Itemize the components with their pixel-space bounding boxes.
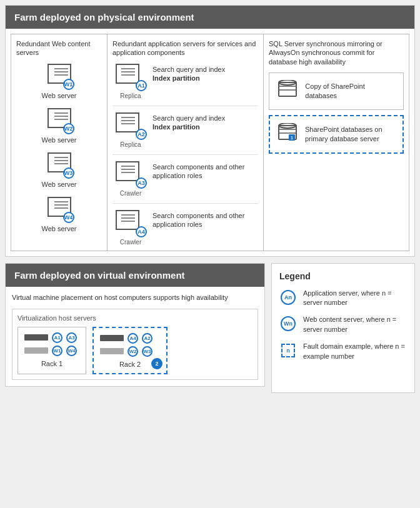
rack-1-w1-badge: W1 <box>52 346 62 356</box>
col-web-servers: Redundant Web content servers W1 <box>11 34 108 251</box>
sql-copy-text: Copy of SharePoint databases <box>305 82 397 101</box>
legend-app-server-text: Application server, where n = server num… <box>303 289 407 308</box>
db-icon-primary: 1 <box>276 122 299 146</box>
vhost-racks: A1 A3 W1 W4 Rack 1 <box>18 327 252 374</box>
legend-item-fault-domain: n Fault domain example, where n = exampl… <box>279 342 407 361</box>
web-server-1: W1 Web server <box>16 64 102 99</box>
rack-1-row-2: W1 W4 <box>24 346 79 356</box>
web-server-2-label: Web server <box>41 136 76 144</box>
rack-2: A4 A2 W2 W3 Rack 2 2 <box>92 327 168 374</box>
a2-text: Search query and index Index partition <box>149 112 258 132</box>
legend-icon-web-server: Wn <box>279 315 297 332</box>
legend-app-server-badge: An <box>281 290 296 305</box>
sql-primary-text: SharePoint databases on primary database… <box>305 125 396 144</box>
rack-2-a2-badge: A2 <box>142 333 152 344</box>
web-server-1-label: Web server <box>41 92 76 99</box>
web-server-icon-3: W3 <box>44 152 74 179</box>
rack-2-server-bar-2 <box>100 348 124 354</box>
web-server-4: W4 Web server <box>16 197 102 232</box>
web-server-icon-2: W2 <box>44 108 74 134</box>
virtual-farm-content: Virtual machine placement on host comput… <box>6 287 264 386</box>
app-row-icon-a2: A2 Replica <box>112 112 149 148</box>
legend-fault-domain-badge: n <box>281 344 295 357</box>
a2-role-label: Replica <box>120 141 141 148</box>
rack-2-a4-badge: A4 <box>128 333 138 344</box>
a4-badge: A4 <box>136 226 147 237</box>
app-row-a4: A4 Crawler Search components and other a… <box>112 210 258 246</box>
rack-1: A1 A3 W1 W4 Rack 1 <box>18 327 86 374</box>
col-app-servers: Redundant application servers for servic… <box>108 34 264 251</box>
main-container: Farm deployed on physical environment Re… <box>0 0 420 398</box>
sql-box-primary: 1 SharePoint databases on primary databa… <box>269 115 404 154</box>
app-row-icon-a3: A3 Crawler <box>112 161 149 197</box>
bottom-row: Farm deployed on virtual environment Vir… <box>5 263 415 393</box>
a1-badge: A1 <box>136 80 147 91</box>
physical-farm-section: Farm deployed on physical environment Re… <box>5 5 415 257</box>
vhost-box: Virtualization host servers A1 A3 W <box>12 309 258 380</box>
web-server-4-label: Web server <box>41 225 76 232</box>
rack-1-a1-badge: A1 <box>52 332 62 343</box>
a1-text: Search query and index Index partition <box>149 64 258 84</box>
rack-2-server-bar-1 <box>100 335 124 341</box>
legend-box: Legend An Application server, where n = … <box>271 263 415 393</box>
physical-farm-header: Farm deployed on physical environment <box>6 6 414 29</box>
app-row-a3: A3 Crawler Search components and other a… <box>112 161 258 204</box>
rack-1-row-1: A1 A3 <box>24 332 79 343</box>
legend-item-web-server: Wn Web content server, where n = server … <box>279 315 407 334</box>
app-row-a1: A1 Replica Search query and index Index … <box>112 64 258 106</box>
db-icon-copy <box>276 79 299 103</box>
web-server-icon-4: W4 <box>44 197 74 223</box>
rack-2-row-2: W2 W3 <box>100 346 160 357</box>
sql-box-copy: Copy of SharePoint databases <box>269 72 404 110</box>
web-server-2: W2 Web server <box>16 108 102 144</box>
virtual-farm-header: Farm deployed on virtual environment <box>6 264 264 287</box>
rack-1-a3-badge: A3 <box>66 332 77 343</box>
web-server-3: W3 Web server <box>16 152 102 188</box>
legend-title: Legend <box>279 271 407 281</box>
a2-badge: A2 <box>136 129 147 140</box>
col-sql: SQL Server synchronous mirroring or Alwa… <box>264 34 409 251</box>
rack-1-label: Rack 1 <box>24 360 79 367</box>
virtual-farm-section: Farm deployed on virtual environment Vir… <box>5 263 265 387</box>
legend-web-server-text: Web content server, where n = server num… <box>303 315 407 334</box>
rack-1-server-bar-1 <box>24 334 48 341</box>
w2-badge: W2 <box>63 123 74 134</box>
legend-icon-fault-domain: n <box>279 342 297 359</box>
web-server-3-label: Web server <box>41 181 76 188</box>
w4-badge: W4 <box>63 212 74 223</box>
w3-badge: W3 <box>63 167 74 179</box>
app-row-a2: A2 Replica Search query and index Index … <box>112 112 258 155</box>
rack-1-server-bar-2 <box>24 347 48 354</box>
legend-icon-app-server: An <box>279 289 297 306</box>
physical-farm-content: Redundant Web content servers W1 <box>6 29 414 256</box>
app-row-icon-a1: A1 Replica <box>112 64 149 99</box>
rack-2-badge: 2 <box>151 358 162 369</box>
legend-item-app-server: An Application server, where n = server … <box>279 289 407 308</box>
legend-fault-domain-text: Fault domain example, where n = example … <box>303 342 407 361</box>
vhost-title: Virtualization host servers <box>18 314 252 322</box>
a4-text: Search components and other application … <box>149 210 258 230</box>
a3-text: Search components and other application … <box>149 161 258 181</box>
app-row-icon-a4: A4 Crawler <box>112 210 149 246</box>
rack-2-w2-badge: W2 <box>128 346 138 357</box>
legend-web-server-badge: Wn <box>281 316 296 331</box>
col-web-header: Redundant Web content servers <box>16 39 102 57</box>
a1-role-label: Replica <box>120 92 141 99</box>
col-sql-header: SQL Server synchronous mirroring or Alwa… <box>269 39 404 66</box>
rack-2-row-1: A4 A2 <box>100 333 160 344</box>
a4-role-label: Crawler <box>120 239 141 246</box>
w1-badge: W1 <box>63 79 74 90</box>
a3-role-label: Crawler <box>120 190 141 197</box>
rack-1-w4-badge: W4 <box>66 346 77 356</box>
virtual-desc: Virtual machine placement on host comput… <box>12 293 258 302</box>
web-server-icon-1: W1 <box>44 64 74 90</box>
col-app-header: Redundant application servers for servic… <box>112 39 258 57</box>
svg-text:1: 1 <box>291 136 293 140</box>
a3-badge: A3 <box>136 177 147 189</box>
rack-2-w3-badge: W3 <box>142 346 152 357</box>
